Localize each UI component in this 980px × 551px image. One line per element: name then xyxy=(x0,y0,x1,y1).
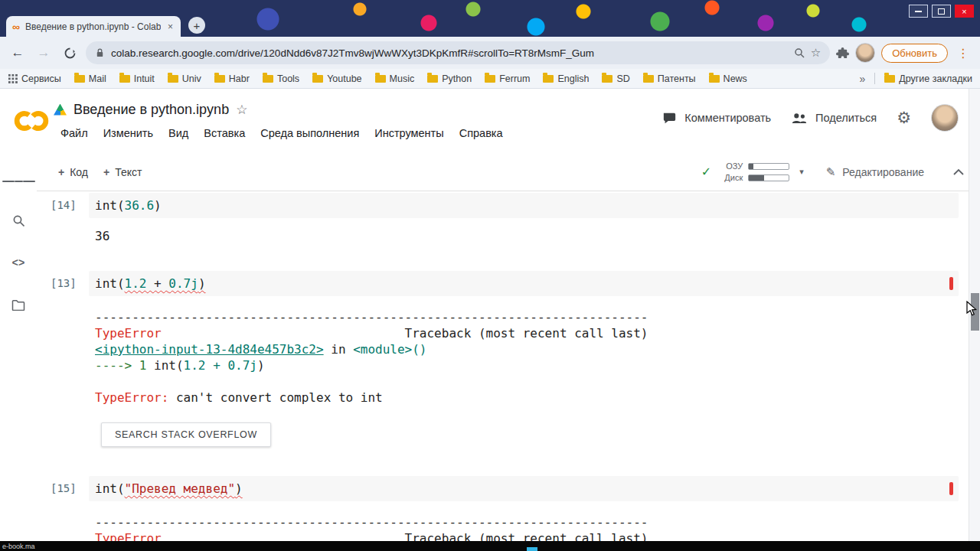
bookmark-label: Сервисы xyxy=(21,73,61,84)
plus-icon: + xyxy=(58,166,64,178)
bookmark-folder-news[interactable]: News xyxy=(709,73,747,84)
settings-gear-icon[interactable]: ⚙ xyxy=(897,109,911,127)
add-text-button[interactable]: + Текст xyxy=(96,161,149,183)
window-minimize-button[interactable] xyxy=(909,5,928,18)
extensions-icon[interactable] xyxy=(836,47,849,60)
bookmark-folder-sd[interactable]: SD xyxy=(602,73,629,84)
code-editor[interactable]: int(1.2 + 0.7j) xyxy=(89,271,959,296)
folder-icon xyxy=(543,75,554,83)
code-text: int( xyxy=(95,481,125,496)
folder-icon xyxy=(214,75,225,83)
code-snippets-icon[interactable]: <> xyxy=(12,257,25,269)
maximize-icon xyxy=(938,8,945,15)
plus-icon: + xyxy=(103,166,109,178)
resource-meters[interactable]: ОЗУ Диск xyxy=(721,161,789,182)
traceback-message: TypeError: can't convert complex to int xyxy=(95,390,952,406)
menu-runtime[interactable]: Среда выполнения xyxy=(253,124,366,142)
bookmark-folder-python[interactable]: Python xyxy=(427,73,472,84)
bookmark-folder-univ[interactable]: Univ xyxy=(168,73,201,84)
browser-menu-icon[interactable]: ⋮ xyxy=(954,46,972,60)
error-indicator xyxy=(949,277,953,290)
user-avatar[interactable] xyxy=(931,104,959,132)
menu-edit[interactable]: Изменить xyxy=(96,124,160,142)
bookmark-folder-youtube[interactable]: Youtube xyxy=(312,73,361,84)
add-code-button[interactable]: + Код xyxy=(51,161,96,183)
bookmark-label: Патенты xyxy=(658,73,696,84)
tab-close-icon[interactable]: × xyxy=(166,21,175,32)
notebook-title[interactable]: Введение в python.ipynb xyxy=(74,102,229,118)
error-indicator xyxy=(949,482,953,495)
editing-mode-indicator[interactable]: ✎ Редактирование xyxy=(826,165,924,179)
window-close-button[interactable]: × xyxy=(955,5,974,18)
browser-profile-avatar[interactable] xyxy=(855,43,875,63)
menu-file[interactable]: Файл xyxy=(54,124,95,142)
window-maximize-button[interactable] xyxy=(932,5,951,18)
pencil-icon: ✎ xyxy=(826,165,836,179)
new-tab-button[interactable]: + xyxy=(188,17,205,34)
input-link[interactable]: <ipython-input-13-4d84e457b3c2> xyxy=(95,342,324,357)
bookmark-folder-music[interactable]: Music xyxy=(375,73,415,84)
traceback-rule: ----------------------------------------… xyxy=(95,514,952,530)
menu-insert[interactable]: Вставка xyxy=(197,124,252,142)
bookmark-folder-habr[interactable]: Habr xyxy=(214,73,250,84)
share-button[interactable]: Поделиться xyxy=(791,112,877,124)
execution-count[interactable]: [14] xyxy=(51,193,89,243)
files-folder-icon[interactable] xyxy=(11,299,25,311)
chevron-down-icon[interactable]: ▾ xyxy=(799,167,804,177)
window-controls: × xyxy=(909,5,974,18)
bookmarks-overflow-icon[interactable]: » xyxy=(859,73,865,85)
browser-update-button[interactable]: Обновить xyxy=(881,44,948,63)
bookmark-folder-mail[interactable]: Mail xyxy=(74,73,106,84)
bookmark-label: SD xyxy=(616,73,629,84)
other-bookmarks[interactable]: Другие закладки xyxy=(884,73,972,84)
collapse-toolbar-button[interactable] xyxy=(952,168,965,176)
bookmark-services[interactable]: Сервисы xyxy=(8,73,61,84)
progress-marker xyxy=(527,547,537,551)
comment-icon xyxy=(662,112,677,125)
traceback-output: ----------------------------------------… xyxy=(89,501,959,541)
menu-view[interactable]: Вид xyxy=(162,124,195,142)
code-string: "Превед медвед" xyxy=(125,481,236,496)
address-bar: ← → colab.research.google.com/drive/120d… xyxy=(0,37,980,69)
folder-icon xyxy=(312,75,323,83)
share-people-icon xyxy=(791,112,808,124)
browser-tab[interactable]: ∞ Введение в python.ipynb - Colab × xyxy=(6,16,181,37)
execution-count[interactable]: [15] xyxy=(51,476,89,541)
forward-button[interactable]: → xyxy=(34,43,54,63)
back-button[interactable]: ← xyxy=(8,43,28,63)
code-text: int( xyxy=(95,276,125,291)
folder-icon xyxy=(602,75,612,83)
comment-button[interactable]: Комментировать xyxy=(662,112,771,125)
folder-icon xyxy=(168,75,178,83)
apps-grid-icon xyxy=(8,73,18,83)
bookmark-folder-ferrum[interactable]: Ferrum xyxy=(485,73,530,84)
menu-help[interactable]: Справка xyxy=(452,124,510,142)
ram-meter xyxy=(748,163,789,170)
star-notebook-icon[interactable]: ☆ xyxy=(236,102,247,118)
zoom-icon[interactable] xyxy=(794,47,805,58)
connected-check-icon: ✓ xyxy=(701,165,711,179)
execution-count[interactable]: [13] xyxy=(51,271,89,447)
search-stack-overflow-button[interactable]: SEARCH STACK OVERFLOW xyxy=(101,422,271,447)
bookmark-star-icon[interactable]: ☆ xyxy=(811,46,821,60)
bookmark-folder-english[interactable]: English xyxy=(543,73,589,84)
bookmark-label: Habr xyxy=(229,73,250,84)
reload-button[interactable] xyxy=(60,43,80,63)
code-cell-13: [13] int(1.2 + 0.7j) -------------------… xyxy=(51,271,980,447)
code-editor[interactable]: int(36.6) xyxy=(89,193,959,218)
bookmark-folder-tools[interactable]: Tools xyxy=(263,73,299,84)
menu-tools[interactable]: Инструменты xyxy=(368,124,450,142)
bookmark-folder-patents[interactable]: Патенты xyxy=(643,73,696,84)
mouse-cursor xyxy=(966,301,978,320)
url-field[interactable]: colab.research.google.com/drive/120dNdd6… xyxy=(86,41,830,64)
ram-label: ОЗУ xyxy=(721,161,743,171)
colab-logo-icon[interactable] xyxy=(9,89,54,153)
search-icon[interactable] xyxy=(12,214,25,227)
bookmark-label: Youtube xyxy=(327,73,361,84)
bookmark-folder-intuit[interactable]: Intuit xyxy=(119,73,155,84)
disk-meter xyxy=(748,174,789,181)
colab-favicon-icon: ∞ xyxy=(12,21,20,32)
taskbar-label: e-book.ma xyxy=(0,543,35,550)
code-editor[interactable]: int("Превед медвед") xyxy=(89,476,959,501)
table-of-contents-icon[interactable] xyxy=(2,178,35,184)
